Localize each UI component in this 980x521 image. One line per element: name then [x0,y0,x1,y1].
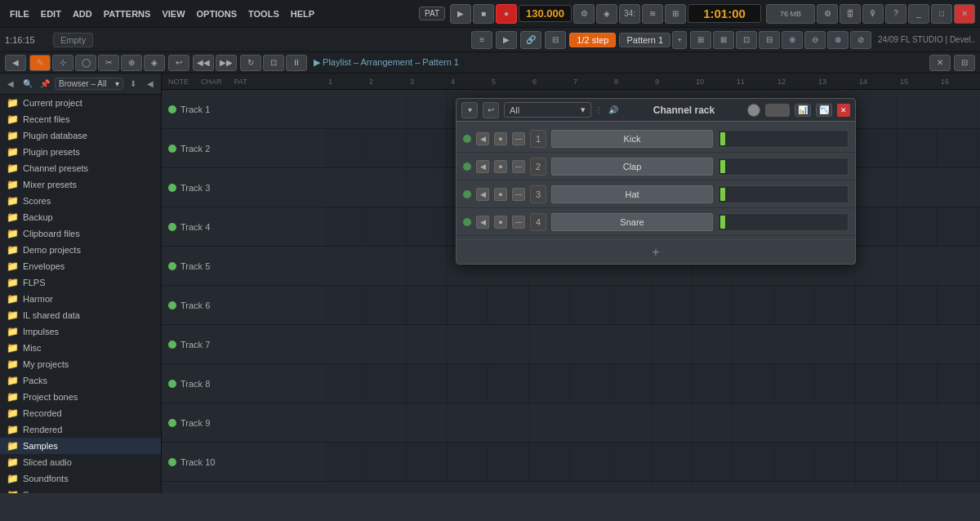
track-header-6[interactable]: Track 6 [162,286,325,325]
select-tool[interactable]: ⊹ [52,55,74,71]
cr-undo-btn[interactable]: ↩ [483,102,499,118]
pause-btn[interactable]: ⏸ [286,55,307,71]
cr-solo-3[interactable]: ● [494,216,507,229]
grid-row-10[interactable] [325,443,980,482]
project-name[interactable]: Empty [53,33,93,47]
erase-tool[interactable]: ◯ [75,55,96,71]
maximize-btn[interactable]: □ [931,4,952,24]
tb2-icon6[interactable]: ⊠ [713,31,734,49]
sidebar-item-envelopes[interactable]: 📁 Envelopes [0,258,161,274]
tb2-icon1[interactable]: ≡ [471,31,492,49]
sidebar-item-mixer-presets[interactable]: 📁 Mixer presets [0,176,161,193]
cr-mute-0[interactable]: ◀ [476,132,489,145]
track-header-5[interactable]: Track 5 [162,247,325,286]
cr-name-btn-kick[interactable]: Kick [551,130,713,148]
cr-solo-2[interactable]: ● [494,188,507,201]
tool-icon-2[interactable]: ◈ [596,4,617,24]
playlist-nav-btn1[interactable]: ◀ [5,55,26,71]
mixer-btn[interactable]: 🎛 [840,4,861,24]
rec-auto[interactable]: ⊡ [263,55,284,71]
grid-row-7[interactable] [325,325,980,364]
cr-add-channel-btn[interactable]: + [457,239,855,264]
track-header-2[interactable]: Track 2 [162,129,325,168]
play-button[interactable]: ▶ [450,4,471,24]
cr-name-btn-clap[interactable]: Clap [551,158,713,176]
tb2-icon11[interactable]: ⊗ [827,31,849,49]
tb2-icon10[interactable]: ⊖ [804,31,826,49]
tb2-icon2[interactable]: ▶ [496,31,517,49]
cr-name-btn-snare[interactable]: Snare [551,213,713,231]
track-header-4[interactable]: Track 4 [162,207,325,247]
close-btn[interactable]: ✕ [954,4,975,24]
cr-close-btn[interactable]: ✕ [837,104,850,117]
sidebar-item-il-shared-data[interactable]: 📁 IL shared data [0,307,161,323]
cr-pattern-2[interactable] [718,185,849,203]
tb2-icon4[interactable]: ⊟ [545,31,566,49]
sidebar-collapse-btn[interactable]: ◀ [143,77,158,91]
mute-tool[interactable]: ◈ [144,55,165,71]
track-header-7[interactable]: Track 7 [162,325,325,364]
track-header-8[interactable]: Track 8 [162,364,325,403]
sidebar-item-sources[interactable]: 📁 Sources [0,487,161,493]
cr-solo-0[interactable]: ● [494,132,507,145]
record-button[interactable]: ● [496,4,517,24]
tb2-icon3[interactable]: 🔗 [520,31,541,49]
track-header-10[interactable]: Track 10 [162,443,325,482]
snap-selector[interactable]: 1/2 step [569,33,616,47]
pattern-name-btn[interactable]: Pattern 1 [619,33,670,47]
sidebar-item-scores[interactable]: 📁 Scores [0,193,161,209]
float-playlist[interactable]: ⊟ [954,55,975,71]
menu-patterns[interactable]: PATTERNS [99,6,156,22]
cr-mute-2[interactable]: ◀ [476,188,489,201]
sidebar-search-btn[interactable]: 🔍 [20,77,35,91]
pattern-add[interactable]: + [672,31,687,49]
cr-solo-1[interactable]: ● [494,160,507,173]
sidebar-item-rendered[interactable]: 📁 Rendered [0,421,161,438]
cr-chart-btn[interactable]: 📊 [795,104,811,117]
close-playlist[interactable]: ✕ [929,55,951,71]
cr-mute-3[interactable]: ◀ [476,216,489,229]
cr-mute-1[interactable]: ◀ [476,160,489,173]
draw-tool[interactable]: ✎ [29,55,51,71]
tb2-icon9[interactable]: ⊕ [782,31,803,49]
sidebar-item-plugin-database[interactable]: 📁 Plugin database [0,127,161,144]
grid-row-9[interactable] [325,403,980,443]
sidebar-item-misc[interactable]: 📁 Misc [0,340,161,356]
sidebar-item-demo-projects[interactable]: 📁 Demo projects [0,242,161,258]
cr-channel-snare[interactable]: ◀ ● — 4 Snare [457,208,855,236]
cr-filter-dropdown[interactable]: All ▾ [504,102,591,118]
cr-vol-3[interactable]: — [512,216,525,229]
sidebar-item-my-projects[interactable]: 📁 My projects [0,356,161,372]
stop-button[interactable]: ■ [473,4,494,24]
tool-icon-1[interactable]: ⚙ [573,4,595,24]
menu-tools[interactable]: TOOLS [243,6,284,22]
cr-pattern-1[interactable] [718,158,849,176]
grid-row-11[interactable] [325,482,980,493]
tb2-icon7[interactable]: ⊡ [736,31,757,49]
tb2-icon8[interactable]: ⊟ [759,31,780,49]
cr-vol-1[interactable]: — [512,160,525,173]
cr-arrow-btn[interactable]: ▾ [461,102,478,118]
sidebar-item-project-bones[interactable]: 📁 Project bones [0,389,161,405]
sidebar-item-harmor[interactable]: 📁 Harmor [0,291,161,307]
cr-pattern-3[interactable] [718,213,849,231]
sidebar-item-impulses[interactable]: 📁 Impulses [0,323,161,340]
menu-view[interactable]: VIEW [157,6,189,22]
cr-bars-btn[interactable]: 📉 [816,104,832,117]
pattern-selector[interactable]: PAT [419,7,445,20]
menu-add[interactable]: ADD [68,6,97,22]
cr-channel-hat[interactable]: ◀ ● — 3 Hat [457,180,855,208]
sidebar-item-plugin-presets[interactable]: 📁 Plugin presets [0,144,161,160]
menu-help[interactable]: HELP [286,6,319,22]
menu-options[interactable]: OPTIONS [192,6,243,22]
menu-edit[interactable]: EDIT [36,6,66,22]
tool-icon-4[interactable]: ≋ [642,4,663,24]
sidebar-item-clipboard-files[interactable]: 📁 Clipboard files [0,225,161,242]
sidebar-item-recorded[interactable]: 📁 Recorded [0,405,161,421]
sidebar-back-btn[interactable]: ◀ [3,77,18,91]
sidebar-item-sliced-audio[interactable]: 📁 Sliced audio [0,454,161,470]
skip-fwd[interactable]: ▶▶ [216,55,237,71]
sidebar-item-samples[interactable]: 📁 Samples [0,438,161,454]
tb2-icon12[interactable]: ⊘ [850,31,871,49]
browser-filter-dropdown[interactable]: Browser – All ▾ [55,78,123,90]
